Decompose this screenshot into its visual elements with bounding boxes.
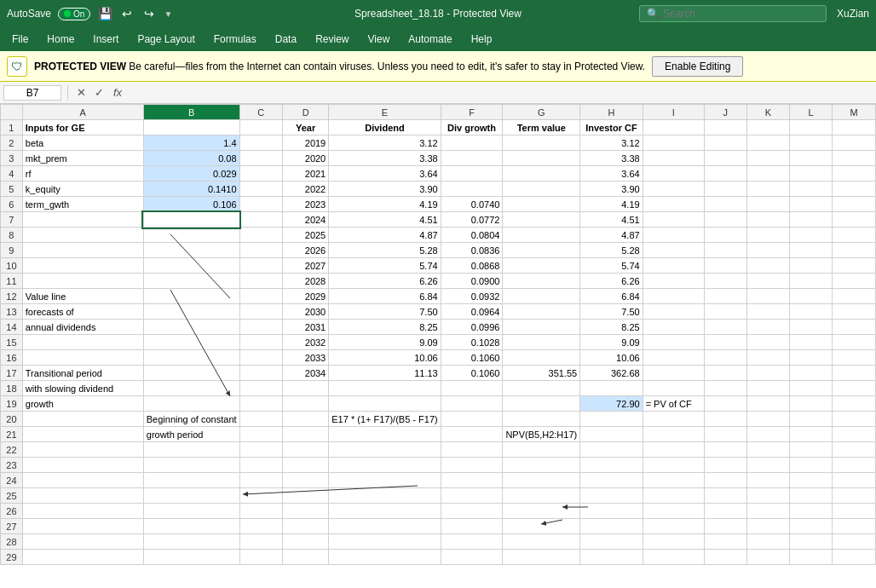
cell-M12[interactable] xyxy=(833,289,876,304)
col-header-i[interactable]: I xyxy=(643,105,704,120)
cell-J22[interactable] xyxy=(704,442,746,458)
menu-item-help[interactable]: Help xyxy=(463,31,501,48)
cell-K4[interactable] xyxy=(746,166,789,182)
cell-L29[interactable] xyxy=(790,550,833,565)
cell-I16[interactable] xyxy=(643,350,704,366)
col-header-j[interactable]: J xyxy=(704,105,746,120)
cell-B20[interactable]: Beginning of constant xyxy=(143,412,239,427)
cell-I4[interactable] xyxy=(643,166,704,182)
cell-B15[interactable] xyxy=(143,335,239,350)
customize-icon[interactable]: ▼ xyxy=(164,9,172,19)
cell-F10[interactable]: 0.0868 xyxy=(441,258,503,274)
cell-H4[interactable]: 3.64 xyxy=(580,166,643,182)
cancel-formula-icon[interactable]: ✕ xyxy=(74,86,89,99)
cell-H17[interactable]: 362.68 xyxy=(580,366,643,381)
cell-E13[interactable]: 7.50 xyxy=(329,304,441,320)
cell-H24[interactable] xyxy=(580,473,643,488)
cell-D27[interactable] xyxy=(283,519,329,534)
cell-I5[interactable] xyxy=(643,182,704,197)
cell-H1[interactable]: Investor CF xyxy=(580,120,643,135)
cell-K5[interactable] xyxy=(746,182,789,197)
cell-G2[interactable] xyxy=(503,135,580,151)
cell-M4[interactable] xyxy=(833,166,876,182)
cell-J6[interactable] xyxy=(704,197,746,212)
spreadsheet[interactable]: A B C D E F G H I J K L M 1Inputs for GE… xyxy=(0,104,876,588)
cell-D29[interactable] xyxy=(283,550,329,565)
cell-J24[interactable] xyxy=(704,473,746,488)
cell-E26[interactable] xyxy=(329,504,441,519)
cell-H22[interactable] xyxy=(580,442,643,458)
cell-C21[interactable] xyxy=(239,427,282,442)
cell-E19[interactable] xyxy=(329,396,441,412)
cell-L8[interactable] xyxy=(790,228,833,243)
cell-J4[interactable] xyxy=(704,166,746,182)
cell-J5[interactable] xyxy=(704,182,746,197)
cell-G10[interactable] xyxy=(503,258,580,274)
cell-H29[interactable] xyxy=(580,550,643,565)
cell-H23[interactable] xyxy=(580,458,643,473)
cell-I22[interactable] xyxy=(643,442,704,458)
cell-L12[interactable] xyxy=(790,289,833,304)
cell-F23[interactable] xyxy=(441,458,503,473)
cell-A6[interactable]: term_gwth xyxy=(22,197,143,212)
cell-C25[interactable] xyxy=(239,488,282,504)
cell-K3[interactable] xyxy=(746,151,789,166)
cell-J7[interactable] xyxy=(704,212,746,228)
cell-E27[interactable] xyxy=(329,519,441,534)
undo-icon[interactable]: ↩ xyxy=(119,6,135,21)
cell-B24[interactable] xyxy=(143,473,239,488)
cell-G24[interactable] xyxy=(503,473,580,488)
cell-B1[interactable] xyxy=(143,120,239,135)
cell-G6[interactable] xyxy=(503,197,580,212)
cell-K12[interactable] xyxy=(746,289,789,304)
cell-L28[interactable] xyxy=(790,534,833,550)
cell-E9[interactable]: 5.28 xyxy=(329,243,441,258)
cell-M29[interactable] xyxy=(833,550,876,565)
cell-K23[interactable] xyxy=(746,458,789,473)
cell-H25[interactable] xyxy=(580,488,643,504)
cell-L10[interactable] xyxy=(790,258,833,274)
cell-H11[interactable]: 6.26 xyxy=(580,274,643,289)
cell-C15[interactable] xyxy=(239,335,282,350)
cell-H3[interactable]: 3.38 xyxy=(580,151,643,166)
cell-K22[interactable] xyxy=(746,442,789,458)
cell-F14[interactable]: 0.0996 xyxy=(441,320,503,335)
cell-A21[interactable] xyxy=(22,427,143,442)
cell-D2[interactable]: 2019 xyxy=(283,135,329,151)
cell-H15[interactable]: 9.09 xyxy=(580,335,643,350)
cell-K28[interactable] xyxy=(746,534,789,550)
cell-C8[interactable] xyxy=(239,228,282,243)
cell-J15[interactable] xyxy=(704,335,746,350)
cell-H28[interactable] xyxy=(580,534,643,550)
cell-L26[interactable] xyxy=(790,504,833,519)
cell-C12[interactable] xyxy=(239,289,282,304)
cell-L24[interactable] xyxy=(790,473,833,488)
cell-F28[interactable] xyxy=(441,534,503,550)
cell-H21[interactable] xyxy=(580,427,643,442)
cell-C22[interactable] xyxy=(239,442,282,458)
cell-G21[interactable]: NPV(B5,H2:H17) xyxy=(503,427,580,442)
cell-J12[interactable] xyxy=(704,289,746,304)
cell-L15[interactable] xyxy=(790,335,833,350)
cell-A19[interactable]: growth xyxy=(22,396,143,412)
cell-B11[interactable] xyxy=(143,274,239,289)
cell-M13[interactable] xyxy=(833,304,876,320)
cell-F26[interactable] xyxy=(441,504,503,519)
cell-B2[interactable]: 1.4 xyxy=(143,135,239,151)
cell-G9[interactable] xyxy=(503,243,580,258)
cell-E5[interactable]: 3.90 xyxy=(329,182,441,197)
cell-A9[interactable] xyxy=(22,243,143,258)
cell-E20[interactable]: E17 * (1+ F17)/(B5 - F17) xyxy=(329,412,441,427)
cell-I11[interactable] xyxy=(643,274,704,289)
cell-B7[interactable] xyxy=(143,212,239,228)
cell-A4[interactable]: rf xyxy=(22,166,143,182)
cell-C29[interactable] xyxy=(239,550,282,565)
cell-E12[interactable]: 6.84 xyxy=(329,289,441,304)
col-header-a[interactable]: A xyxy=(22,105,143,120)
cell-I1[interactable] xyxy=(643,120,704,135)
cell-E10[interactable]: 5.74 xyxy=(329,258,441,274)
cell-B8[interactable] xyxy=(143,228,239,243)
cell-D5[interactable]: 2022 xyxy=(283,182,329,197)
cell-F12[interactable]: 0.0932 xyxy=(441,289,503,304)
col-header-d[interactable]: D xyxy=(283,105,329,120)
